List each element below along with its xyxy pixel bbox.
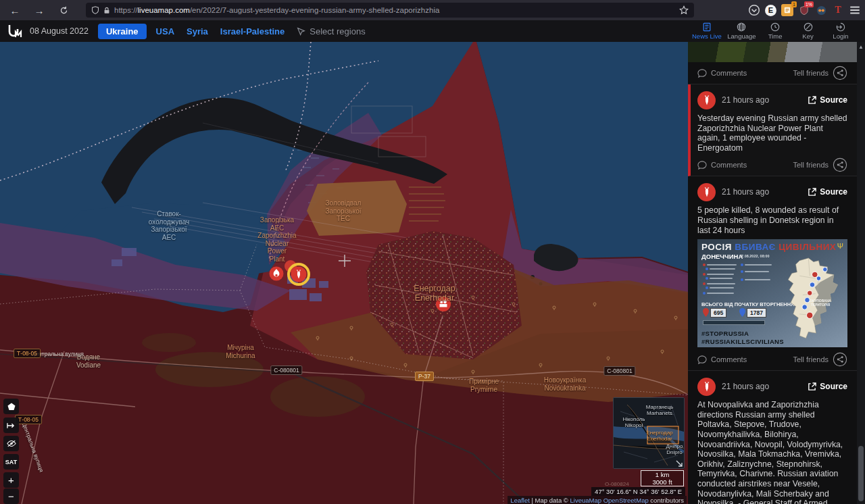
news-text: 5 people killed, 8 wounded as result of … <box>697 201 847 236</box>
liveuamap-link[interactable]: LiveuaMap <box>570 497 601 504</box>
reload-icon <box>59 6 68 15</box>
zoom-in-button[interactable]: + <box>3 472 19 488</box>
news-feed: Comments Tell friends 21 hours ago Sourc… <box>688 42 857 504</box>
road-shield-o080824: О-080824 <box>605 481 629 487</box>
fire-marker[interactable] <box>270 267 284 281</box>
shelling-icon <box>697 378 716 396</box>
road-shield-t0805: Т-08-05 <box>15 415 42 424</box>
wounded-pin-icon <box>739 308 745 317</box>
tab-ukraine[interactable]: Ukraine <box>98 24 147 39</box>
killed-pin-icon <box>703 308 709 317</box>
pocket-icon[interactable] <box>748 4 760 16</box>
extension-shield-icon[interactable]: 1% <box>798 4 810 16</box>
nav-key[interactable]: Key <box>795 22 822 40</box>
external-link-icon <box>808 188 816 197</box>
comment-icon <box>697 69 707 78</box>
map-markers-layer <box>0 42 688 504</box>
polygon-icon <box>7 403 16 411</box>
road-shield-p37: Р-37 <box>415 372 434 381</box>
osm-link[interactable]: OpenStreetMap <box>603 497 649 504</box>
measure-icon <box>7 422 16 429</box>
extension-badge: 1 <box>791 1 797 7</box>
source-link[interactable]: Source <box>808 382 847 391</box>
infrastructure-marker[interactable] <box>436 297 451 311</box>
tab-syria[interactable]: Syria <box>187 26 208 36</box>
coordinates-readout: 47° 30' 16.6" N 34° 36' 52.8" E <box>591 487 685 496</box>
draw-polygon-button[interactable] <box>3 399 19 414</box>
road-shield-c080801: С-080801 <box>603 366 635 376</box>
comment-icon <box>697 161 707 170</box>
extension-notes-icon[interactable]: 1 <box>781 4 793 16</box>
reload-button[interactable] <box>54 2 73 18</box>
casualties-infographic[interactable]: РОСІЯ ВБИВАЄ ЦИВІЛЬНИХ ДОНЕЧЧИНА 07.08.2… <box>697 239 847 347</box>
nav-news-live[interactable]: News Live <box>692 22 722 40</box>
tell-friends-button[interactable]: Tell friends <box>793 66 847 80</box>
timestamp: 21 hours ago <box>722 187 801 197</box>
news-photo[interactable] <box>688 42 857 62</box>
source-link[interactable]: Source <box>808 187 847 197</box>
comments-button[interactable]: Comments <box>697 69 747 78</box>
news-card: Comments Tell friends <box>688 42 857 84</box>
external-link-icon <box>808 96 816 105</box>
external-link-icon <box>808 382 816 391</box>
shelling-marker-highlighted[interactable] <box>289 264 309 284</box>
back-button[interactable]: ← <box>5 2 24 18</box>
clock-icon <box>770 22 780 32</box>
extension-badge: 1% <box>804 1 814 7</box>
hide-markers-button[interactable] <box>3 436 19 451</box>
share-icon <box>833 352 847 367</box>
timestamp: 21 hours ago <box>722 382 801 391</box>
zoom-out-button[interactable]: − <box>3 488 19 504</box>
hashtag: #RUSSIAKILLSCIVILIANS <box>701 338 784 345</box>
share-icon <box>833 66 847 80</box>
minimap[interactable]: МарганецьMarhanets НікопольNikopol Енерг… <box>613 397 685 469</box>
extension-t-icon[interactable]: T <box>832 4 844 16</box>
leaflet-link[interactable]: Leaflet <box>510 497 530 504</box>
tracking-shield-icon[interactable] <box>91 6 99 14</box>
map-attribution: Leaflet | Map data © LiveuaMap OpenStree… <box>508 496 687 504</box>
minimap-collapse-arrow[interactable] <box>676 460 683 467</box>
hashtag: #STOPRUSSIA <box>701 330 749 337</box>
shelling-icon <box>697 183 716 201</box>
feed-scrollbar[interactable]: ▲ <box>857 42 865 504</box>
timestamp: 21 hours ago <box>722 95 801 105</box>
scale-bar: 1 km 3000 ft <box>641 470 684 486</box>
tell-friends-button[interactable]: Tell friends <box>793 352 847 367</box>
scale-ft: 3000 ft <box>641 478 684 486</box>
scrollbar-thumb[interactable] <box>858 446 864 501</box>
url-bar[interactable]: https://liveuamap.com/en/2022/7-august-y… <box>86 3 694 18</box>
nav-login[interactable]: Login <box>827 22 854 40</box>
road-shield-c080801: С-080801 <box>270 366 302 375</box>
globe-icon <box>737 22 746 32</box>
tab-usa[interactable]: USA <box>156 26 174 36</box>
source-link[interactable]: Source <box>808 95 847 105</box>
url-text: https://liveuamap.com/en/2022/7-august-y… <box>114 6 675 14</box>
satellite-toggle-button[interactable]: SAT <box>3 454 19 470</box>
minimap-label-marhanets: МарганецьMarhanets <box>646 404 673 416</box>
totals-footnote-bar <box>703 320 765 325</box>
forward-button[interactable]: → <box>30 2 49 18</box>
news-text: Yesterday evening Russian army shelled Z… <box>697 109 847 154</box>
eye-slash-icon <box>7 440 16 447</box>
tab-israel-palestine[interactable]: Israel-Palestine <box>220 26 285 36</box>
nav-time[interactable]: Time <box>762 22 789 40</box>
comment-icon <box>697 355 707 364</box>
tell-friends-button[interactable]: Tell friends <box>793 157 847 172</box>
header-date: 08 August 2022 <box>30 26 89 36</box>
killed-count: 695 <box>710 308 726 318</box>
nav-language[interactable]: Language <box>727 22 756 40</box>
comments-button[interactable]: Comments <box>697 355 747 364</box>
comments-button[interactable]: Comments <box>697 161 747 170</box>
select-regions-button[interactable]: Select regions <box>297 26 365 36</box>
scroll-up-arrow[interactable]: ▲ <box>857 44 865 50</box>
map-canvas[interactable]: Ставок-охолоджувачЗапорізькоїАЕС Запоріз… <box>0 42 688 504</box>
bookmark-star-icon[interactable] <box>679 5 689 15</box>
infographic-title: РОСІЯ ВБИВАЄ ЦИВІЛЬНИХ <box>701 242 836 252</box>
road-shield-t0805: Т-08-05 <box>14 349 41 358</box>
extension-avatar-icon[interactable] <box>815 4 827 16</box>
measure-button[interactable] <box>3 418 19 433</box>
menu-icon[interactable] <box>849 4 861 16</box>
liveuamap-logo[interactable] <box>7 23 24 39</box>
cursor-icon <box>297 27 305 36</box>
extension-e-icon[interactable]: E <box>765 5 776 16</box>
